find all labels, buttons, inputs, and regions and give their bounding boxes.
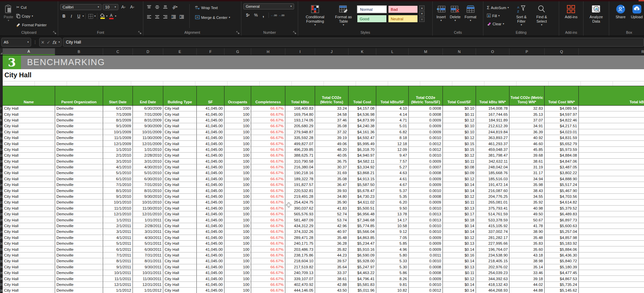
column-header-J[interactable]: J	[315, 48, 349, 55]
row-header[interactable]: 36	[0, 276, 3, 282]
cell[interactable]: 5.80	[376, 252, 409, 258]
table-column-header[interactable]: Total kBtu WN*	[579, 86, 644, 105]
cell[interactable]: 66.67%	[251, 223, 285, 229]
row-header[interactable]	[0, 69, 3, 81]
cell[interactable]: City Hall	[163, 252, 197, 258]
cell[interactable]: 10/1/2009	[103, 129, 133, 135]
row-header[interactable]: 14	[0, 147, 3, 153]
cell[interactable]: $5,379.52	[545, 206, 579, 211]
table-column-header[interactable]: Building Type	[163, 86, 197, 105]
cell[interactable]: 50.67	[509, 217, 545, 223]
cell[interactable]: 41.78	[509, 223, 545, 229]
cell[interactable]: City Hall	[3, 111, 55, 117]
cell[interactable]: 6/30/2011	[133, 246, 163, 252]
cell[interactable]: 41,045.00	[197, 246, 224, 252]
cell[interactable]: 66.67%	[251, 235, 285, 241]
cell[interactable]: $5,145.62	[545, 288, 579, 293]
cell[interactable]: $5,774.85	[349, 223, 376, 229]
cell[interactable]: $6,897.73	[545, 217, 579, 223]
cell[interactable]: 66.67%	[251, 264, 285, 270]
cell[interactable]: 5/31/2011	[133, 241, 163, 246]
cell[interactable]: $0.12	[443, 153, 476, 158]
cell[interactable]: City Hall	[3, 252, 55, 258]
cell[interactable]: $0.12	[443, 276, 476, 282]
cell[interactable]: Demoville	[55, 188, 103, 193]
cell[interactable]: 66.67%	[251, 164, 285, 170]
cell[interactable]: 41,045.00	[197, 135, 224, 141]
cell[interactable]: 202,976.02	[476, 264, 509, 270]
cell[interactable]: 217,519.82	[285, 264, 315, 270]
cell[interactable]: 36.75	[315, 159, 349, 164]
cell[interactable]: 265,081.01	[476, 199, 509, 205]
cell[interactable]: City Hall	[163, 276, 197, 282]
row-header[interactable]: 26	[0, 217, 3, 223]
cell[interactable]: 7/1/2010	[103, 182, 133, 188]
cell[interactable]: 39.18	[509, 276, 545, 282]
table-column-header[interactable]: Total CO2e (Metric Tons) WN*	[509, 86, 545, 105]
cell[interactable]: Demoville	[55, 170, 103, 176]
cell[interactable]: 11/1/2010	[103, 206, 133, 211]
cell[interactable]	[579, 229, 644, 235]
cell[interactable]: 212,612.39	[476, 123, 509, 129]
column-header-G[interactable]: G	[224, 48, 251, 55]
cell[interactable]: $3,868.21	[349, 170, 376, 176]
cell[interactable]: 5.85	[376, 241, 409, 246]
cell[interactable]: 0.0009	[409, 176, 443, 182]
cell[interactable]: 41,045.00	[197, 270, 224, 276]
cell[interactable]: 100	[224, 223, 251, 229]
cell[interactable]: 205,680.29	[285, 123, 315, 129]
cell[interactable]: $0.14	[443, 229, 476, 235]
cell[interactable]: $5,995.49	[349, 141, 376, 146]
cancel-icon[interactable]: ✕	[41, 40, 45, 45]
cell[interactable]: City Hall	[163, 235, 197, 241]
cell[interactable]: 100	[224, 276, 251, 282]
cell[interactable]: 254,039.23	[476, 270, 509, 276]
cell[interactable]: 254,424.75	[285, 199, 315, 205]
row-header[interactable]: 28	[0, 229, 3, 235]
table-column-header[interactable]: Completeness	[251, 86, 285, 105]
cell[interactable]: 3/31/2010	[133, 159, 163, 164]
cell[interactable]: 49.50	[509, 211, 545, 217]
cell[interactable]: 66.67%	[251, 153, 285, 158]
cell[interactable]: 66.67%	[251, 206, 285, 211]
cell[interactable]: 41,045.00	[197, 211, 224, 217]
cell[interactable]: City Hall	[163, 117, 197, 123]
cell[interactable]: 0.0009	[409, 276, 443, 282]
cell[interactable]: $4,582.11	[349, 159, 376, 164]
cell[interactable]: 185,516.03	[476, 176, 509, 182]
cell[interactable]: $6,489.83	[545, 211, 579, 217]
cell[interactable]	[579, 135, 644, 141]
cell[interactable]: $4,863.85	[349, 235, 376, 241]
cell[interactable]: 0.0010	[409, 135, 443, 141]
cell[interactable]: $3,334.92	[349, 164, 376, 170]
cell[interactable]: 11/30/2010	[133, 206, 163, 211]
cell[interactable]: $6,956.48	[349, 211, 376, 217]
cell[interactable]: $7,346.68	[349, 217, 376, 223]
currency-icon[interactable]: $▾	[243, 11, 252, 19]
format-painter-button[interactable]: Format Painter	[15, 22, 48, 28]
font-name-dropdown[interactable]: Calibri▾	[60, 4, 101, 10]
cell[interactable]: 154,008.78	[476, 106, 509, 111]
cell[interactable]: Demoville	[55, 229, 103, 235]
cell[interactable]	[579, 199, 644, 205]
cell[interactable]: 36.47	[315, 182, 349, 188]
cell[interactable]	[579, 211, 644, 217]
cell[interactable]: 5/1/2010	[103, 170, 133, 176]
cell[interactable]	[579, 164, 644, 170]
cell[interactable]: 193,174.05	[285, 117, 315, 123]
cell[interactable]	[579, 258, 644, 264]
cell[interactable]: Demoville	[55, 123, 103, 129]
cell[interactable]: 289,471.28	[285, 235, 315, 241]
cell[interactable]: City Hall	[3, 264, 55, 270]
row-header[interactable]: 9	[0, 117, 3, 123]
cell[interactable]: City Hall	[3, 282, 55, 288]
cell[interactable]: 0.0013	[409, 217, 443, 223]
cell[interactable]: 9.12	[376, 229, 409, 235]
cell[interactable]: City Hall	[163, 141, 197, 146]
cell[interactable]: 12/1/2010	[103, 211, 133, 217]
cell[interactable]: 196,764.07	[476, 246, 509, 252]
cell[interactable]: 216,380.04	[285, 164, 315, 170]
cell[interactable]: 35.92	[509, 199, 545, 205]
share-button[interactable]: Share	[614, 3, 627, 29]
cell[interactable]: 6.82	[376, 129, 409, 135]
